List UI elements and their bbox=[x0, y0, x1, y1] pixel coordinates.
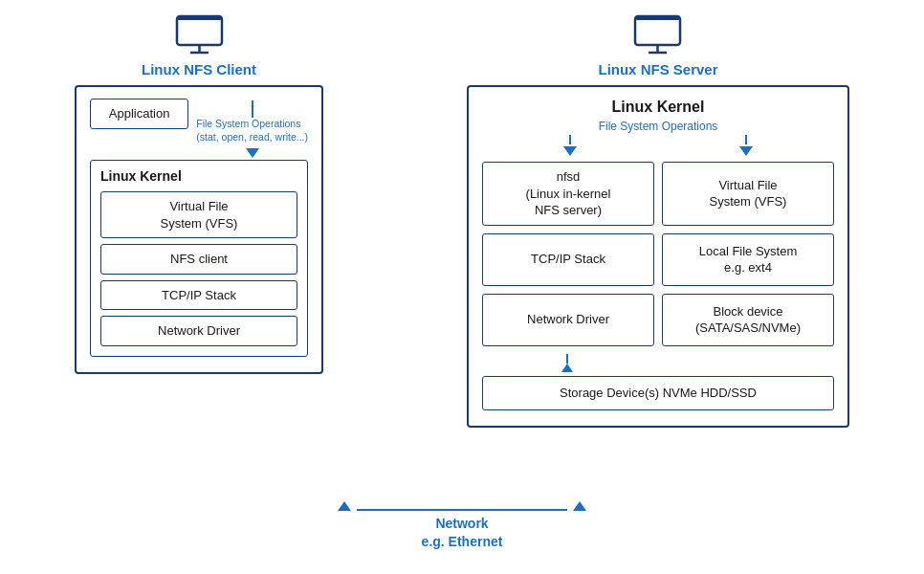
server-arrow-down-right bbox=[739, 146, 753, 156]
application-box: Application bbox=[90, 99, 188, 129]
nfs-client-box: NFS client bbox=[100, 244, 297, 275]
network-section: Networke.g. Ethernet bbox=[319, 501, 605, 552]
client-kernel-title: Linux Kernel bbox=[100, 168, 297, 184]
network-driver-box-server: Network Driver bbox=[482, 294, 654, 346]
server-outer-box: Linux Kernel File System Operations nfsd… bbox=[467, 85, 849, 428]
local-fs-box: Local File Systeme.g. ext4 bbox=[662, 233, 834, 286]
server-arrow-line-left bbox=[569, 135, 571, 144]
nd-to-storage-line bbox=[566, 354, 568, 364]
left-side: Linux NFS Client Application File System… bbox=[60, 14, 338, 374]
client-outer-box: Application File System Operations(stat,… bbox=[75, 85, 323, 374]
server-grid: nfsd(Linux in-kernelNFS server) Virtual … bbox=[482, 162, 834, 346]
nd-to-storage-arrowup bbox=[561, 364, 573, 372]
fs-ops-arrow-line bbox=[252, 100, 253, 118]
client-kernel-box: Linux Kernel Virtual FileSystem (VFS) NF… bbox=[90, 160, 308, 357]
diagram: Linux NFS Client Application File System… bbox=[3, 5, 921, 569]
server-kernel-title: Linux Kernel bbox=[482, 99, 834, 116]
server-title: Linux NFS Server bbox=[598, 61, 717, 77]
svg-rect-0 bbox=[177, 16, 222, 45]
fs-ops-label: File System Operations(stat, open, read,… bbox=[196, 118, 308, 144]
nfsd-box: nfsd(Linux in-kernelNFS server) bbox=[482, 162, 654, 226]
vfs-box-server: Virtual FileSystem (VFS) bbox=[662, 162, 834, 226]
fs-ops-arrow-area: File System Operations(stat, open, read,… bbox=[196, 99, 308, 158]
server-monitor-label: Linux NFS Server bbox=[598, 14, 717, 77]
tcpip-box-client: TCP/IP Stack bbox=[100, 280, 297, 311]
client-monitor-label: Linux NFS Client bbox=[142, 14, 256, 77]
svg-rect-5 bbox=[635, 16, 680, 20]
server-fs-ops-label: File System Operations bbox=[482, 120, 834, 133]
fs-ops-arrow-down bbox=[246, 148, 259, 158]
block-device-box: Block device(SATA/SAS/NVMe) bbox=[662, 294, 834, 346]
client-title: Linux NFS Client bbox=[142, 61, 256, 77]
tcpip-box-server: TCP/IP Stack bbox=[482, 233, 654, 286]
client-kernel-stack: Virtual FileSystem (VFS) NFS client TCP/… bbox=[100, 191, 297, 346]
storage-box: Storage Device(s) NVMe HDD/SSD bbox=[482, 376, 834, 410]
client-monitor-icon bbox=[173, 14, 226, 57]
vfs-box-client: Virtual FileSystem (VFS) bbox=[100, 191, 297, 238]
network-label: Networke.g. Ethernet bbox=[422, 515, 503, 552]
network-arrow-up-left bbox=[338, 501, 351, 511]
network-arrow-up-right bbox=[573, 501, 586, 511]
right-side: Linux NFS Server Linux Kernel File Syste… bbox=[452, 14, 864, 428]
network-line bbox=[357, 509, 567, 511]
server-monitor-icon bbox=[631, 14, 684, 57]
network-driver-box-client: Network Driver bbox=[100, 316, 297, 346]
server-arrow-down-left bbox=[563, 146, 577, 156]
svg-rect-4 bbox=[635, 16, 680, 45]
server-arrow-line-right bbox=[745, 135, 747, 144]
svg-rect-1 bbox=[177, 16, 222, 20]
